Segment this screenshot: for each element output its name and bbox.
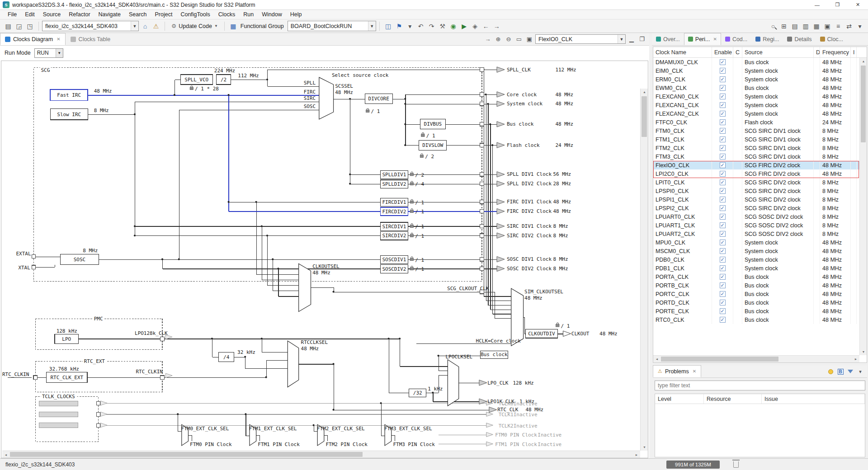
diagram-horizontal-scrollbar[interactable]: ◄ ► bbox=[2, 451, 640, 458]
enable-checkbox[interactable]: ✓ bbox=[720, 205, 726, 211]
open-perspective-icon[interactable]: ⊞ bbox=[778, 21, 789, 32]
tclk-source-bar[interactable] bbox=[39, 412, 78, 417]
flag-icon[interactable]: ⚑ bbox=[394, 21, 405, 32]
clock-source[interactable]: System clock bbox=[742, 247, 814, 255]
table-row-lpspi0-clk[interactable]: LPSPI0_CLK✓SCG SIRC DIV2 clock8 MHz bbox=[653, 187, 859, 195]
table-row-pdb0-clk[interactable]: PDB0_CLK✓System clock48 MHz bbox=[653, 255, 859, 264]
table-row-ftm2-clk[interactable]: FTM2_CLK✓SCG SIRC DIV1 clock8 MHz bbox=[653, 144, 859, 152]
save-icon[interactable]: ◲ bbox=[14, 21, 24, 32]
close-icon[interactable]: ✕ bbox=[713, 37, 717, 42]
menu-source[interactable]: Source bbox=[39, 10, 65, 19]
clock-source[interactable]: System clock bbox=[742, 109, 814, 118]
clock-source[interactable]: Bus clock bbox=[742, 315, 814, 324]
menu-navigate[interactable]: Navigate bbox=[94, 10, 125, 19]
scroll-up-icon[interactable]: ▲ bbox=[860, 58, 867, 65]
system-clock-output[interactable]: System clock bbox=[507, 101, 543, 107]
monitor-icon[interactable]: ▣ bbox=[525, 35, 534, 44]
scroll-left-icon[interactable]: ◄ bbox=[2, 451, 9, 458]
flash-clock-output[interactable]: Flash clock bbox=[507, 142, 540, 148]
clock-source[interactable]: System clock bbox=[742, 238, 814, 247]
clock-source[interactable]: Bus clock bbox=[742, 298, 814, 307]
clkout-output[interactable]: CLKOUT bbox=[571, 331, 590, 337]
scroll-right-icon[interactable]: ► bbox=[633, 451, 640, 458]
sosc-div2-clock-output[interactable]: SOSC DIV2 Clock bbox=[507, 266, 552, 272]
divider-value[interactable]: / 1 bbox=[426, 133, 435, 139]
scroll-right-icon[interactable]: ► bbox=[852, 356, 859, 362]
clock-source[interactable]: SCG SOSC DIV2 clock bbox=[742, 212, 814, 221]
enable-checkbox[interactable]: ✓ bbox=[720, 300, 726, 306]
enable-checkbox[interactable]: ✓ bbox=[720, 85, 726, 91]
sim-clkoutsel-mux[interactable] bbox=[511, 288, 524, 346]
menu-clocks[interactable]: Clocks bbox=[214, 10, 240, 19]
table-row-eim0-clk[interactable]: EIM0_CLK✓System clock48 MHz bbox=[653, 66, 859, 75]
enable-checkbox[interactable]: ✓ bbox=[720, 291, 726, 297]
save-all-icon[interactable]: ◳ bbox=[24, 21, 35, 32]
menu-edit[interactable]: Edit bbox=[21, 10, 39, 19]
clock-source[interactable]: SCG SIRC DIV1 clock bbox=[742, 127, 814, 135]
divider-value[interactable]: / 1 bbox=[415, 257, 424, 263]
enable-checkbox[interactable]: ✓ bbox=[720, 257, 726, 263]
clock-source[interactable]: SCG SIRC DIV1 clock bbox=[742, 152, 814, 161]
enable-checkbox[interactable]: ✓ bbox=[720, 154, 726, 160]
rtcclksel-mux[interactable] bbox=[288, 341, 298, 387]
table-row-lpit0-clk[interactable]: LPIT0_CLK✓SCG SIRC DIV2 clock8 MHz bbox=[653, 178, 859, 187]
enable-checkbox[interactable]: ✓ bbox=[720, 231, 726, 237]
back-icon[interactable]: ← bbox=[481, 21, 491, 32]
table-row-lpuart0-clk[interactable]: LPUART0_CLK✓SCG SOSC DIV2 clock8 MHz bbox=[653, 212, 859, 221]
clock-source[interactable]: Bus clock bbox=[742, 281, 814, 290]
column-header-frequency[interactable]: Frequency bbox=[820, 47, 851, 57]
column-header-c[interactable]: C bbox=[733, 47, 742, 57]
clock-source[interactable]: SCG FIRC DIV2 clock bbox=[742, 161, 814, 169]
table-row-lpi2c0-clk[interactable]: LPI2C0_CLK✓SCG FIRC DIV2 clock48 MHz bbox=[653, 169, 859, 178]
enable-checkbox[interactable]: ✓ bbox=[720, 59, 726, 65]
divider-value[interactable]: / 1 bbox=[415, 266, 424, 272]
bus-clock-output[interactable]: Bus clock bbox=[507, 121, 534, 127]
menu-file[interactable]: File bbox=[4, 10, 21, 19]
clock-source[interactable]: SCG SIRC DIV2 clock bbox=[742, 195, 814, 204]
column-header-level[interactable]: Level bbox=[655, 394, 704, 404]
clock-source[interactable]: System clock bbox=[742, 264, 814, 273]
functional-group-combo[interactable]: BOARD_BootClockRUN ▼ bbox=[288, 21, 376, 31]
clock-source[interactable]: SCG SOSC DIV2 clock bbox=[742, 221, 814, 230]
scroll-left-icon[interactable]: ◄ bbox=[653, 356, 660, 362]
chevron-down-icon[interactable]: ▼ bbox=[368, 21, 376, 31]
tab-cloc[interactable]: Cloc... bbox=[816, 33, 847, 45]
minimize-view-icon[interactable]: ▁ bbox=[627, 35, 636, 44]
tab-peri[interactable]: Peri...✕ bbox=[684, 33, 721, 45]
undo-icon[interactable]: ↶ bbox=[415, 21, 426, 32]
column-header-clock-name[interactable]: Clock Name bbox=[653, 47, 712, 57]
enable-checkbox[interactable]: ✓ bbox=[720, 265, 726, 271]
clock-source[interactable]: Bus clock bbox=[742, 84, 814, 92]
perspective-cpp-icon[interactable]: ▣ bbox=[822, 21, 833, 32]
table-row-ftm1-clk[interactable]: FTM1_CLK✓SCG SIRC DIV1 clock8 MHz bbox=[653, 135, 859, 144]
external-tools-icon[interactable]: ◈ bbox=[470, 21, 481, 32]
table-row-dmamux0-clk[interactable]: DMAMUX0_CLK✓Bus clock48 MHz bbox=[653, 58, 859, 66]
clock-source[interactable]: Bus clock bbox=[742, 273, 814, 281]
enable-checkbox[interactable]: ✓ bbox=[720, 274, 726, 280]
scroll-up-icon[interactable]: ▲ bbox=[641, 89, 648, 95]
maximize-button[interactable]: ❐ bbox=[827, 0, 848, 10]
table-row-flexio0-clk[interactable]: FlexIO0_CLK✓SCG FIRC DIV2 clock48 MHz bbox=[653, 161, 859, 169]
enable-checkbox[interactable]: ✓ bbox=[720, 214, 726, 220]
tab-problems[interactable]: ⚠ Problems ✕ bbox=[653, 365, 701, 377]
clock-source[interactable]: Flash clock bbox=[742, 118, 814, 127]
divider-value[interactable]: / 1 bbox=[415, 224, 424, 230]
divider-value[interactable]: / 1 bbox=[415, 209, 424, 215]
divider-value[interactable]: / 1 * 28 bbox=[195, 86, 219, 92]
clock-source[interactable]: SCG SIRC DIV1 clock bbox=[742, 144, 814, 152]
view-menu-icon[interactable]: ▾ bbox=[854, 21, 865, 32]
divider-value[interactable]: / 4 bbox=[415, 181, 424, 187]
column-header-enable[interactable]: Enable bbox=[712, 47, 733, 57]
clock-source[interactable]: System clock bbox=[742, 75, 814, 84]
diagram-vertical-scrollbar[interactable]: ▲ ▼ bbox=[640, 89, 648, 451]
tab-cod[interactable]: Cod... bbox=[721, 33, 751, 45]
table-row-ftm3-clk[interactable]: FTM3_CLK✓SCG SIRC DIV1 clock8 MHz bbox=[653, 152, 859, 161]
column-header-issue[interactable]: Issue bbox=[762, 394, 865, 404]
scrollbar-thumb[interactable] bbox=[861, 66, 866, 142]
table-row-ewm0-clk[interactable]: EWM0_CLK✓Bus clock48 MHz bbox=[653, 84, 859, 92]
scroll-down-icon[interactable]: ▼ bbox=[860, 348, 867, 355]
perspective-list-icon[interactable]: ≡ bbox=[833, 21, 844, 32]
table-row-flexcan2-clk[interactable]: FLEXCAN2_CLK✓System clock48 MHz bbox=[653, 109, 859, 118]
divider-value[interactable]: / 2 bbox=[415, 172, 424, 178]
enable-checkbox[interactable]: ✓ bbox=[720, 171, 726, 177]
